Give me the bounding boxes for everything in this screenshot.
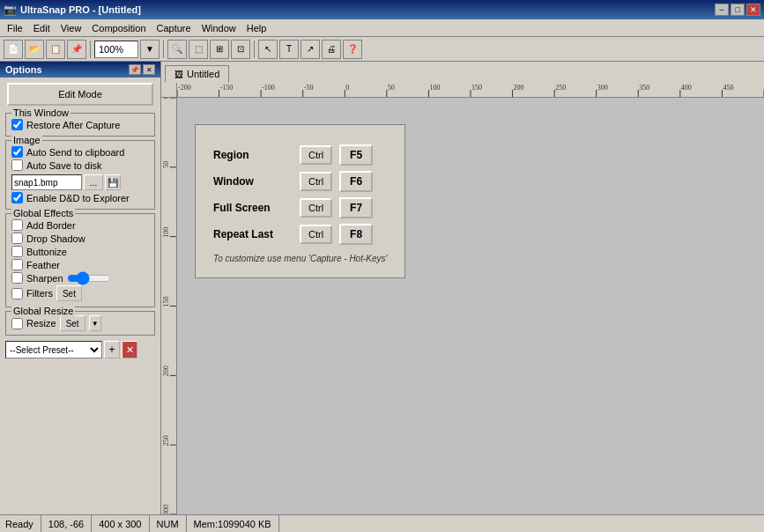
ruler-h-container [161,83,764,98]
tab-bar: 🖼 Untitled [161,62,764,83]
sharpen-checkbox[interactable] [11,272,23,284]
status-bar: Ready 108, -66 400 x 300 NUM Mem:1099040… [0,514,764,532]
close-button[interactable]: ✕ [746,4,760,16]
drop-shadow-checkbox[interactable] [11,233,23,244]
global-resize-section: Global Resize Resize Set ▼ [5,311,155,336]
print-btn[interactable]: 🖨 [322,40,341,59]
region-hotkey-row: Region Ctrl F5 [213,144,387,166]
toolbar-sep-1 [90,41,91,58]
restore-after-capture-checkbox[interactable] [11,119,23,130]
sharpen-slider[interactable] [67,273,111,284]
buttonize-checkbox[interactable] [11,246,23,257]
dnd-row: Enable D&D to Explorer [11,192,149,203]
options-pin-button[interactable]: 📌 [129,64,141,75]
add-border-label: Add Border [26,220,76,231]
select-btn[interactable]: ↖ [258,40,278,59]
sharpen-label: Sharpen [26,273,63,284]
auto-send-row: Auto Send to clipboard [11,146,149,158]
auto-send-label: Auto Send to clipboard [26,147,124,158]
auto-send-checkbox[interactable] [11,146,23,158]
options-title: Options [5,64,42,75]
browse-button[interactable]: ... [84,174,103,190]
region-ctrl: Ctrl [300,145,332,165]
ruler-v [161,98,177,514]
ruler-h-canvas [177,83,764,97]
paste-button[interactable]: 📌 [67,40,86,59]
canvas-area: 🖼 Untitled Region Ctrl F5 [161,62,764,514]
memory-text: Mem:1099040 KB [194,519,271,529]
preset-area: --Select Preset-- + ✕ [5,341,155,358]
window-fn: F6 [339,171,373,192]
actual-size-btn[interactable]: ⬚ [189,40,208,59]
filters-label: Filters [26,288,53,299]
ruler-h [177,83,764,97]
repeat-last-label: Repeat Last [213,228,293,240]
menu-view[interactable]: View [56,21,87,35]
status-text: Ready [5,519,33,529]
menu-composition[interactable]: Composition [86,21,151,35]
canvas-body: Region Ctrl F5 Window Ctrl F6 Full Scree… [161,98,764,514]
toolbar: 📄 📂 📋 📌 100% ▼ 🔍 ⬚ ⊞ ⊡ ↖ T ↗ 🖨 ❓ [0,37,764,62]
feather-label: Feather [26,260,60,270]
options-close-button[interactable]: ✕ [143,64,155,75]
image-section: Image Auto Send to clipboard Auto Save t… [5,140,155,210]
status-ready: Ready [4,515,41,532]
canvas-tab[interactable]: 🖼 Untitled [165,65,229,83]
copy-button[interactable]: 📋 [46,40,65,59]
feather-checkbox[interactable] [11,259,23,270]
resize-set-button[interactable]: Set [60,315,85,331]
repeat-last-ctrl: Ctrl [300,225,332,244]
menu-help[interactable]: Help [241,21,272,35]
zoom-arrow[interactable]: ▼ [140,40,159,59]
resize-label: Resize [26,318,56,329]
preset-select[interactable]: --Select Preset-- [5,341,102,358]
edit-mode-button[interactable]: Edit Mode [7,83,153,106]
image-section-label: Image [11,135,42,145]
title-bar-controls: – □ ✕ [715,4,760,16]
preset-add-button[interactable]: + [104,341,120,358]
drop-shadow-label: Drop Shadow [26,233,85,244]
capture-btn[interactable]: ⊡ [231,40,250,59]
full-screen-ctrl: Ctrl [300,198,332,218]
text-btn[interactable]: T [279,40,299,59]
ruler-v-canvas [161,98,177,514]
zoom-in-btn[interactable]: 🔍 [167,40,187,59]
repeat-last-hotkey-row: Repeat Last Ctrl F8 [213,224,387,245]
status-size: 400 x 300 [92,515,149,532]
resize-arrow-button[interactable]: ▼ [89,315,101,331]
auto-save-checkbox[interactable] [11,159,23,171]
menu-capture[interactable]: Capture [152,21,197,35]
this-window-label: This Window [11,107,70,118]
new-button[interactable]: 📄 [4,40,23,59]
save-button[interactable]: 💾 [105,174,121,190]
filters-set-button[interactable]: Set [56,285,82,301]
preset-delete-button[interactable]: ✕ [122,341,137,358]
fit-btn[interactable]: ⊞ [210,40,229,59]
filters-checkbox[interactable] [11,288,23,299]
filename-input[interactable] [11,174,82,190]
window-label: Window [213,175,293,188]
menu-file[interactable]: File [2,21,28,35]
canvas-content[interactable]: Region Ctrl F5 Window Ctrl F6 Full Scree… [177,98,764,514]
minimize-button[interactable]: – [715,4,729,16]
menu-window[interactable]: Window [197,21,241,35]
region-fn: F5 [339,144,373,166]
title-bar: 📷 UltraSnap PRO - [Untitled] – □ ✕ [0,0,764,19]
toolbar-sep-2 [163,41,164,58]
auto-save-row: Auto Save to disk [11,159,149,171]
help-btn[interactable]: ❓ [343,40,362,59]
tab-label: Untitled [187,69,219,79]
open-button[interactable]: 📂 [25,40,44,59]
app-icon: 📷 [4,4,17,16]
restore-button[interactable]: □ [731,4,745,16]
resize-checkbox[interactable] [11,318,23,329]
dnd-label: Enable D&D to Explorer [26,193,130,203]
zoom-display: 100% [94,41,138,58]
restore-after-capture-row: Restore After Capture [11,119,149,130]
add-border-checkbox[interactable] [11,219,23,231]
restore-after-capture-label: Restore After Capture [26,120,120,130]
menu-edit[interactable]: Edit [28,21,56,35]
dnd-checkbox[interactable] [11,192,23,203]
arrow-btn[interactable]: ↗ [300,40,320,59]
window-ctrl: Ctrl [300,172,332,191]
